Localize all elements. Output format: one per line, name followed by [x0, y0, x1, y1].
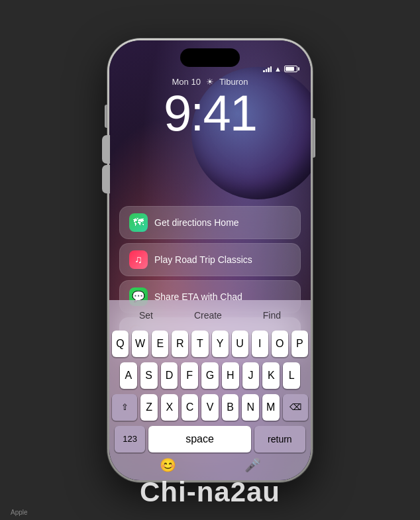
key-shift[interactable]: ⇧ [112, 394, 137, 421]
key-P[interactable]: P [291, 331, 308, 357]
suggestion-music-label: Play Road Trip Classics [154, 254, 252, 265]
watermark: Chi-na2au [140, 476, 280, 508]
dynamic-island [180, 48, 240, 67]
mic-button[interactable]: 🎤 [244, 457, 261, 473]
key-X[interactable]: X [161, 394, 178, 421]
signal-strength-icon [263, 66, 272, 72]
battery-fill [286, 67, 294, 71]
key-E[interactable]: E [152, 331, 168, 357]
suggestion-directions-label: Get directions Home [154, 217, 239, 228]
key-N[interactable]: N [242, 394, 259, 421]
lock-screen-content: Mon 10 ☀ Tiburon 9:41 [109, 77, 311, 138]
keyboard-suggestions-bar: Set Create Find [112, 304, 308, 327]
keyboard-row-2: A S D F G H J K L [112, 362, 308, 389]
key-H[interactable]: H [222, 362, 239, 389]
key-K[interactable]: K [262, 362, 280, 389]
key-O[interactable]: O [272, 331, 288, 357]
key-T[interactable]: T [191, 331, 208, 357]
suggestion-set[interactable]: Set [139, 310, 153, 321]
battery-icon [284, 66, 297, 72]
wifi-icon: ▲ [274, 65, 282, 73]
phone-frame: ▲ Mon 10 ☀ Tiburon 9:41 [107, 38, 313, 482]
maps-icon: 🗺 [129, 213, 148, 232]
keyboard-row-3: ⇧ Z X C V B N M ⌫ [112, 394, 308, 421]
key-B[interactable]: B [222, 394, 239, 421]
key-L[interactable]: L [283, 362, 300, 389]
key-C[interactable]: C [182, 394, 199, 421]
key-S[interactable]: S [140, 362, 158, 389]
keyboard-accessory-bar: 😊 🎤 [112, 452, 308, 474]
suggestion-find[interactable]: Find [263, 310, 281, 321]
key-F[interactable]: F [181, 362, 198, 389]
status-icons: ▲ [263, 65, 297, 73]
suggestion-create[interactable]: Create [194, 310, 222, 321]
keyboard-rows: Q W E R T Y U I O P A S [112, 331, 308, 421]
key-Q[interactable]: Q [112, 331, 129, 357]
key-G[interactable]: G [201, 362, 219, 389]
key-W[interactable]: W [132, 331, 148, 357]
key-space[interactable]: space [148, 426, 250, 452]
suggestion-directions[interactable]: 🗺 Get directions Home [119, 206, 301, 239]
key-numbers[interactable]: 123 [115, 426, 145, 452]
key-R[interactable]: R [172, 331, 188, 357]
suggestion-music[interactable]: ♫ Play Road Trip Classics [119, 243, 301, 276]
apple-label: Apple [11, 509, 28, 516]
key-J[interactable]: J [242, 362, 260, 389]
music-icon: ♫ [129, 250, 148, 269]
key-V[interactable]: V [201, 394, 219, 421]
maps-icon-glyph: 🗺 [133, 217, 144, 229]
music-icon-glyph: ♫ [134, 254, 142, 266]
signal-bar-2 [266, 69, 268, 72]
key-U[interactable]: U [232, 331, 248, 357]
key-return[interactable]: return [254, 426, 305, 452]
keyboard-row-1: Q W E R T Y U I O P [112, 331, 308, 357]
key-M[interactable]: M [262, 394, 280, 421]
scene: Chi-na2au Apple ▲ [0, 0, 420, 520]
key-I[interactable]: I [252, 331, 268, 357]
key-D[interactable]: D [161, 362, 178, 389]
key-Z[interactable]: Z [140, 394, 158, 421]
keyboard-area: Set Create Find Q W E R T Y U I [109, 300, 311, 480]
clock-display: 9:41 [164, 88, 256, 138]
emoji-button[interactable]: 😊 [160, 457, 176, 473]
key-A[interactable]: A [120, 362, 137, 389]
key-delete[interactable]: ⌫ [283, 394, 308, 421]
signal-bar-4 [270, 66, 272, 72]
key-Y[interactable]: Y [212, 331, 229, 357]
signal-bar-3 [268, 68, 270, 72]
signal-bar-1 [263, 70, 265, 72]
phone-screen: ▲ Mon 10 ☀ Tiburon 9:41 [109, 40, 311, 480]
keyboard-bottom-row: 123 space return [112, 426, 308, 452]
